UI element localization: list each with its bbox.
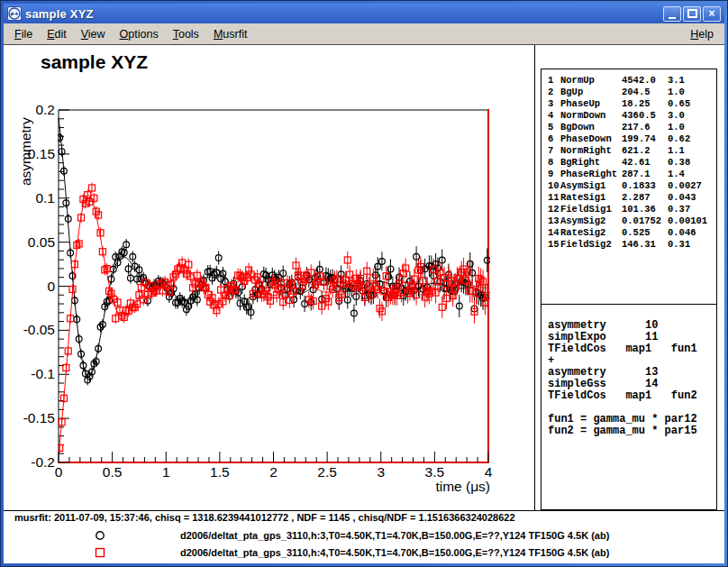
plot-title: sample XYZ: [41, 51, 148, 72]
param-row: 8BgRight42.610.38: [541, 157, 716, 169]
canvas-area: sample XYZ00.511.522.533.540.20.150.10.0…: [4, 45, 724, 563]
legend-item: d2006/deltat_pta_gps_3110,h:4,T0=4.50K,T…: [4, 545, 715, 560]
fit-status-line: musrfit: 2011-07-09, 15:37:46, chisq = 1…: [14, 512, 515, 523]
window-controls: ×: [663, 6, 721, 22]
fit-curve: [59, 196, 488, 453]
circle-marker-icon: [94, 529, 106, 542]
param-row: 5BgDown217.61.0: [541, 122, 716, 133]
menu-item-file[interactable]: File: [7, 26, 40, 42]
svg-text:0.2: 0.2: [35, 102, 55, 117]
menu-item-tools[interactable]: Tools: [166, 26, 206, 42]
svg-text:-0.2: -0.2: [31, 454, 55, 470]
svg-text:-0.1: -0.1: [31, 366, 55, 381]
svg-text:0.05: 0.05: [28, 234, 55, 250]
param-row: 14RateSig20.5250.046: [541, 227, 716, 239]
svg-text:2: 2: [269, 464, 278, 480]
minimize-button[interactable]: [663, 6, 681, 22]
svg-text:3: 3: [377, 464, 385, 480]
svg-text:3.5: 3.5: [425, 464, 445, 480]
menu-item-options[interactable]: Options: [113, 26, 166, 42]
data-series-1: [57, 118, 490, 385]
svg-text:1.5: 1.5: [210, 464, 230, 480]
svg-text:0: 0: [55, 464, 63, 480]
x-axis-label: time (μs): [435, 479, 490, 494]
plot-canvas[interactable]: sample XYZ00.511.522.533.540.20.150.10.0…: [4, 45, 534, 510]
fit-curve: [59, 118, 488, 377]
square-marker-icon: [94, 546, 106, 559]
theory-panel: asymmetry 10 simplExpo 11 TFieldCos map1…: [541, 305, 717, 510]
pad-divider-horizontal: [4, 510, 724, 511]
param-row: 3PhaseUp18.250.65: [541, 98, 716, 110]
param-row: 2BgUp204.51.0: [541, 87, 716, 98]
menu-item-view[interactable]: View: [74, 26, 113, 42]
maximize-icon: [687, 9, 697, 18]
param-row: 15FieldSig2146.310.31: [541, 239, 716, 251]
close-icon: ×: [708, 9, 714, 18]
param-row: 11RateSig12.2870.043: [541, 192, 716, 204]
menubar: FileEditViewOptionsToolsMusrfit Help: [4, 23, 724, 45]
minimize-icon: [669, 9, 676, 19]
menu-item-musrfit[interactable]: Musrfit: [206, 26, 255, 42]
y-axis-label: asymmetry: [18, 117, 33, 186]
app-icon: ++: [7, 6, 22, 21]
menu-items-right: Help: [683, 26, 721, 42]
param-row: 13AsymSig20.017520.00101: [541, 215, 716, 227]
svg-text:0: 0: [47, 279, 55, 294]
svg-text:-0.15: -0.15: [23, 410, 55, 425]
param-row: 12FieldSig1101.360.37: [541, 204, 716, 215]
param-row: 1NormUp4542.03.1: [541, 75, 716, 87]
svg-text:4: 4: [485, 464, 493, 480]
param-row: 9PhaseRight287.11.4: [541, 169, 716, 180]
maximize-button[interactable]: [683, 6, 701, 22]
legend-label: d2006/deltat_pta_gps_3110,h:3,T0=4.50K,T…: [180, 530, 609, 541]
window: ++ sample XYZ × FileEditViewOptionsTools…: [0, 0, 728, 567]
titlebar[interactable]: ++ sample XYZ ×: [4, 4, 724, 23]
theory-text: asymmetry 10 simplExpo 11 TFieldCos map1…: [541, 305, 716, 437]
param-row: 6PhaseDown199.740.62: [541, 133, 716, 145]
svg-text:-0.05: -0.05: [23, 322, 55, 337]
svg-text:1: 1: [162, 464, 170, 480]
param-row: 7NormRight621.21.1: [541, 145, 716, 157]
menu-items-left: FileEditViewOptionsToolsMusrfit: [7, 26, 254, 42]
data-series-2: [57, 183, 491, 453]
param-row: 10AsymSig10.18330.0027: [541, 180, 716, 192]
menu-item-edit[interactable]: Edit: [40, 26, 74, 42]
close-button[interactable]: ×: [703, 6, 721, 22]
svg-text:0.5: 0.5: [103, 464, 123, 480]
svg-text:0.1: 0.1: [35, 190, 55, 206]
param-row: 4NormDown4360.53.0: [541, 110, 716, 122]
legend-item: d2006/deltat_pta_gps_3110,h:3,T0=4.50K,T…: [4, 528, 715, 543]
legend-label: d2006/deltat_pta_gps_3110,h:4,T0=4.50K,T…: [180, 547, 609, 558]
svg-text:++: ++: [10, 10, 19, 18]
menu-item-help[interactable]: Help: [683, 26, 721, 42]
fit-parameters-panel: 1NormUp4542.03.12BgUp204.51.03PhaseUp18.…: [541, 69, 717, 305]
pad-divider-vertical: [534, 45, 535, 510]
svg-text:2.5: 2.5: [317, 464, 337, 480]
window-title: sample XYZ: [25, 7, 663, 21]
